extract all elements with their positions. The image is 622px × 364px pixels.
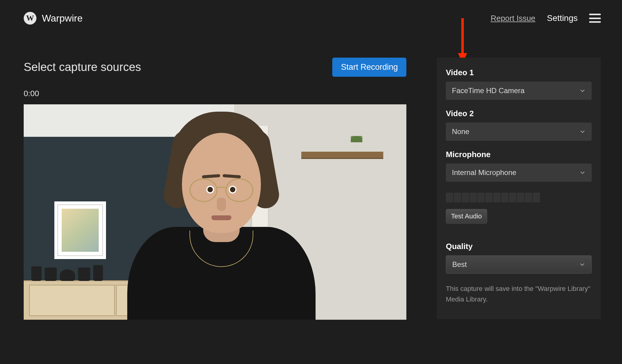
header: W Warpwire Report Issue Settings <box>0 0 622 36</box>
settings-link[interactable]: Settings <box>547 13 578 23</box>
quality-value: Best <box>452 260 467 269</box>
video2-label: Video 2 <box>446 109 592 118</box>
video1-value: FaceTime HD Camera <box>452 86 525 95</box>
title-row: Select capture sources Start Recording <box>24 58 406 77</box>
quality-label: Quality <box>446 242 592 251</box>
capture-main: Select capture sources Start Recording 0… <box>24 58 406 320</box>
microphone-select[interactable]: Internal Microphone <box>446 163 592 182</box>
microphone-label: Microphone <box>446 150 592 159</box>
audio-level-meter <box>446 193 592 202</box>
settings-panel: Video 1 FaceTime HD Camera Video 2 None … <box>437 58 601 319</box>
camera-preview <box>24 104 406 320</box>
brand: W Warpwire <box>24 12 83 25</box>
quality-select[interactable]: Best <box>446 255 592 274</box>
brand-logo: W <box>24 12 36 25</box>
recording-timer: 0:00 <box>24 89 406 98</box>
quality-block: Quality Best <box>446 242 592 274</box>
video1-select[interactable]: FaceTime HD Camera <box>446 82 592 100</box>
header-right: Report Issue Settings <box>490 13 601 23</box>
test-audio-button[interactable]: Test Audio <box>446 209 487 224</box>
save-destination-hint: This capture will save into the "Warpwir… <box>446 283 592 305</box>
brand-name: Warpwire <box>42 13 83 24</box>
chevron-down-icon <box>579 129 586 135</box>
report-issue-link[interactable]: Report Issue <box>490 14 535 23</box>
microphone-value: Internal Microphone <box>452 168 516 177</box>
page-title: Select capture sources <box>24 61 141 74</box>
brand-logo-letter: W <box>26 14 34 23</box>
hamburger-menu-icon[interactable] <box>589 14 601 23</box>
app-root: W Warpwire Report Issue Settings Select … <box>0 0 622 364</box>
start-recording-button[interactable]: Start Recording <box>332 58 406 77</box>
video1-label: Video 1 <box>446 68 592 77</box>
video2-select[interactable]: None <box>446 123 592 141</box>
video2-value: None <box>452 127 469 136</box>
chevron-down-icon <box>579 261 585 268</box>
chevron-down-icon <box>579 170 586 176</box>
chevron-down-icon <box>579 88 586 94</box>
